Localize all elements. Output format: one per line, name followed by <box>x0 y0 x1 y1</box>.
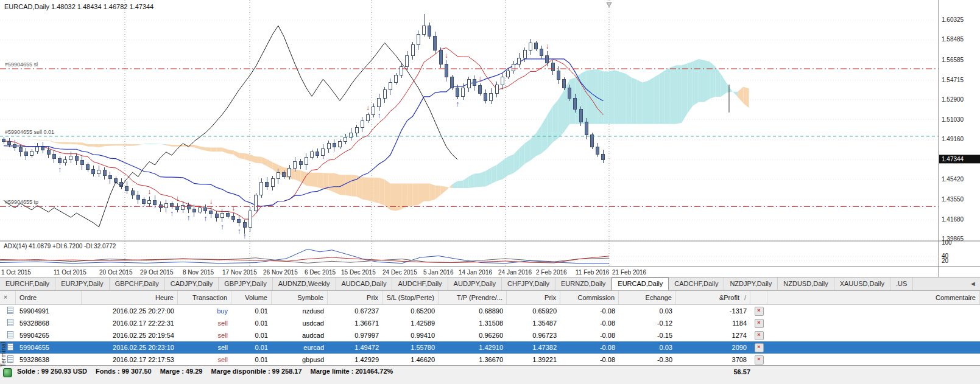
order-sl: 1.42589 <box>382 317 439 329</box>
date-axis-label: 1 Oct 2015 <box>1 269 31 276</box>
chart-tab-gbpjpy[interactable]: GBPJPY,Daily <box>219 278 273 290</box>
column-header-sl[interactable]: S/L (Stop/Perte) <box>382 291 439 304</box>
chart-tab-audnzd[interactable]: AUDNZD,Weekly <box>273 278 336 290</box>
chart-tab-chfjpy[interactable]: CHFJPY,Daily <box>502 278 555 290</box>
chart-tab-eurjpy[interactable]: EURJPY,Daily <box>55 278 110 290</box>
chart-tab-eurchf[interactable]: EURCHF,Daily <box>0 278 55 290</box>
column-header-volume[interactable]: Volume <box>231 291 272 304</box>
order-type: buy <box>178 305 231 317</box>
order-icon <box>7 343 13 351</box>
ichimoku-cloud <box>0 59 749 211</box>
close-order-button[interactable]: × <box>755 319 764 328</box>
close-order-button[interactable]: × <box>755 343 764 352</box>
buy-arrow-icon: ↑ <box>220 223 224 231</box>
chart-tab-us[interactable]: .US <box>890 278 913 290</box>
column-header-close[interactable] <box>750 291 767 304</box>
close-order-button[interactable]: × <box>755 307 764 316</box>
close-order-button[interactable]: × <box>755 331 764 340</box>
chart-tab-nzdjpy[interactable]: NZDJPY,Daily <box>724 278 778 290</box>
order-row-59328638[interactable]: 593286382016.02.17 22:17:53sell0.01gbpus… <box>0 354 980 366</box>
order-line-tp[interactable]: #59904655 tp <box>0 199 939 206</box>
order-comment <box>767 305 980 317</box>
chart-tab-nzdusd[interactable]: NZDUSD,Daily <box>778 278 834 290</box>
price-axis-label: 1.45420 <box>942 176 964 183</box>
chart-shift-marker-icon[interactable] <box>607 2 612 7</box>
date-axis-label: 29 Oct 2015 <box>140 269 174 276</box>
price-axis-label: 1.54715 <box>942 77 964 83</box>
terminal-close-button[interactable]: × <box>2 293 9 301</box>
price-axis-label: 1.58485 <box>942 36 964 43</box>
chart-tab-audcad[interactable]: AUDCAD,Daily <box>336 278 393 290</box>
order-icon-cell <box>0 317 16 329</box>
buy-arrow-icon: ↑ <box>237 227 241 236</box>
date-axis-label: 11 Oct 2015 <box>54 269 86 276</box>
price-axis-label: 1.60325 <box>942 16 964 23</box>
column-header-comment[interactable]: Commentaire <box>767 291 980 304</box>
order-line-label: #59904655 tp <box>5 199 38 205</box>
order-volume: 0.01 <box>231 354 272 366</box>
chart-tab-cadchf[interactable]: CADCHF,Daily <box>669 278 724 290</box>
order-row-59328868[interactable]: 593288682016.02.17 22:22:31sell0.01usdca… <box>0 317 980 329</box>
order-row-59904991[interactable]: 599049912016.02.25 20:27:00buy0.01nzdusd… <box>0 305 980 317</box>
date-axis-label: 11 Feb 2016 <box>576 269 610 276</box>
date-axis-label: 6 Dec 2015 <box>305 269 336 276</box>
status-segment: Marge : 49.29 <box>160 368 203 375</box>
close-order-cell: × <box>750 329 767 341</box>
column-header-order[interactable]: Ordre <box>16 291 82 304</box>
chart-tab-cadjpy[interactable]: CADJPY,Daily <box>165 278 219 290</box>
chart-tab-xauusd[interactable]: XAUUSD,Daily <box>834 278 890 290</box>
column-header-profit[interactable]: &Profit/ <box>676 291 750 304</box>
date-axis: 1 Oct 201511 Oct 201520 Oct 201529 Oct 2… <box>1 269 647 276</box>
order-sl: 1.55780 <box>382 341 439 354</box>
sell-arrow-icon: ↓ <box>231 204 235 212</box>
column-header-tp[interactable]: T/P (Prendre/... <box>439 291 507 304</box>
terminal-side-tab[interactable]: Terminal <box>0 332 8 376</box>
order-commission: -0.08 <box>560 305 619 317</box>
sell-arrow-icon: ↓ <box>478 74 482 83</box>
column-header-time[interactable]: Heure <box>82 291 178 304</box>
sell-arrow-icon: ↓ <box>445 51 448 60</box>
chart-tab-bar: EURCHF,DailyEURJPY,DailyGBPCHF,DailyCADJ… <box>0 277 980 291</box>
order-icon <box>7 307 13 314</box>
column-header-symbol[interactable]: Symbole <box>272 291 328 304</box>
order-tp: 0.96260 <box>439 329 507 341</box>
order-volume: 0.01 <box>231 305 272 317</box>
price-axis: 1.603251.584851.565851.547151.529001.510… <box>939 0 980 277</box>
column-header-swap[interactable]: Echange <box>619 291 676 304</box>
chart-tab-eurcad[interactable]: EURCAD,Daily <box>612 278 669 290</box>
chart-tab-eurnzd[interactable]: EURNZD,Daily <box>555 278 612 290</box>
trade-arrows: ↑↑↑↑↑↑↑↑↑↓↓↓↓↓↓↓↓ <box>58 42 549 240</box>
order-volume: 0.01 <box>231 317 272 329</box>
column-header-commission[interactable]: Commission <box>560 291 619 304</box>
chart-tab-audchf[interactable]: AUDCHF,Daily <box>392 278 448 290</box>
date-axis-label: 8 Nov 2015 <box>183 269 214 276</box>
date-axis-label: 5 Jan 2016 <box>423 269 454 276</box>
order-icon-cell <box>0 305 16 317</box>
column-header-price2[interactable]: Prix <box>507 291 560 304</box>
close-order-button[interactable]: × <box>755 355 764 365</box>
sell-arrow-icon: ↓ <box>209 197 213 206</box>
chart-tab-gbpchf[interactable]: GBPCHF,Daily <box>110 278 165 290</box>
order-line-sell[interactable]: #59904655 sell 0.01 <box>0 129 939 136</box>
order-comment <box>767 341 980 354</box>
sell-arrow-icon: ↓ <box>147 187 151 196</box>
column-header-type[interactable]: Transaction <box>178 291 231 304</box>
order-swap: -0.30 <box>619 354 676 366</box>
order-tp: 0.68890 <box>439 305 507 317</box>
price-chart[interactable]: ↑↑↑↑↑↑↑↑↑↓↓↓↓↓↓↓↓#59904655 sl#59904655 s… <box>0 0 980 277</box>
date-axis-label: 26 Nov 2015 <box>263 269 298 276</box>
status-segment: Marge limite : 201464.72% <box>311 368 393 375</box>
order-time: 2016.02.25 20:19:54 <box>82 329 178 341</box>
column-header-price[interactable]: Prix <box>328 291 382 304</box>
order-symbol: nzdusd <box>272 305 328 317</box>
order-price2: 1.47382 <box>507 341 560 354</box>
tab-scroll-left-icon[interactable]: ◄ <box>966 278 980 290</box>
order-row-59904265[interactable]: 599042652016.02.25 20:19:54sell0.01audca… <box>0 329 980 341</box>
order-tp: 1.36670 <box>439 354 507 366</box>
order-time: 2016.02.17 22:17:53 <box>82 354 178 366</box>
order-sl: 0.99410 <box>382 329 439 341</box>
chart-tab-audjpy[interactable]: AUDJPY,Daily <box>448 278 502 290</box>
order-row-59904655[interactable]: 599046552016.02.25 20:23:10sell0.01eurca… <box>0 341 980 354</box>
order-line-sl[interactable]: #59904655 sl <box>0 61 939 69</box>
order-order: 59904655 <box>16 341 82 354</box>
